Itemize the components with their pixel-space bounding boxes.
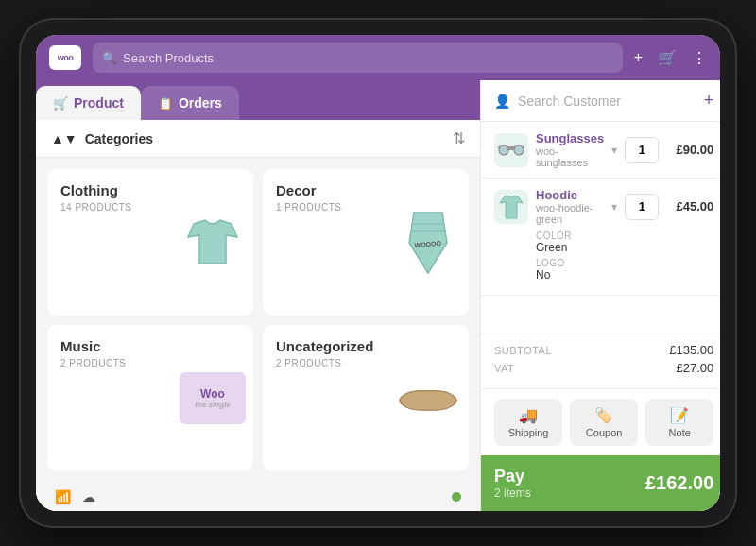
category-card-clothing[interactable]: Clothing 14 PRODUCTS bbox=[47, 169, 253, 316]
category-card-uncategorized[interactable]: Uncategorized 2 PRODUCTS bbox=[263, 325, 469, 471]
svg-rect-6 bbox=[514, 145, 524, 155]
note-icon: 📝 bbox=[670, 406, 689, 424]
uncategorized-image bbox=[395, 366, 461, 432]
music-text: Music 2 PRODUCTS bbox=[60, 338, 240, 368]
shipping-label: Shipping bbox=[508, 427, 549, 438]
clothing-count: 14 PRODUCTS bbox=[60, 202, 240, 213]
note-button[interactable]: 📝 Note bbox=[645, 399, 713, 446]
hoodie-qty[interactable]: 1 bbox=[625, 194, 659, 220]
subtotal-label: SUBTOTAL bbox=[494, 345, 552, 356]
content-area: 🛒 Product 📋 Orders ▲▼ Categories ⇅ bbox=[36, 80, 720, 511]
hoodie-chevron[interactable]: ▾ bbox=[611, 200, 617, 213]
sunglasses-thumb bbox=[494, 133, 528, 167]
order-totals: SUBTOTAL £135.00 VAT £27.00 bbox=[481, 333, 720, 388]
subtotal-row: SUBTOTAL £135.00 bbox=[494, 343, 713, 357]
more-icon[interactable]: ⋮ bbox=[692, 49, 707, 67]
coupon-label: Coupon bbox=[586, 427, 623, 438]
hoodie-thumb bbox=[494, 190, 528, 224]
customer-search-area: 👤 Search Customer bbox=[494, 94, 621, 109]
action-buttons: 🚚 Shipping 🏷️ Coupon 📝 Note bbox=[481, 388, 720, 455]
shipping-button[interactable]: 🚚 Shipping bbox=[494, 399, 562, 446]
left-panel: 🛒 Product 📋 Orders ▲▼ Categories ⇅ bbox=[36, 80, 480, 511]
pay-left: Pay 2 items bbox=[494, 467, 531, 500]
sunglasses-qty[interactable]: 1 bbox=[625, 137, 659, 163]
svg-rect-5 bbox=[499, 145, 508, 155]
tab-orders[interactable]: 📋 Orders bbox=[141, 86, 239, 120]
clothing-text: Clothing 14 PRODUCTS bbox=[60, 182, 240, 213]
coupon-button[interactable]: 🏷️ Coupon bbox=[570, 399, 638, 446]
search-bar-label: Search Products bbox=[123, 51, 214, 65]
search-icon: 🔍 bbox=[102, 51, 117, 65]
svg-rect-7 bbox=[508, 148, 514, 150]
music-image: Woo the single bbox=[180, 366, 246, 432]
orders-tab-icon: 📋 bbox=[158, 96, 173, 111]
add-customer-button[interactable]: + bbox=[704, 91, 714, 111]
decor-text: Decor 1 PRODUCTS bbox=[276, 182, 455, 213]
tabs-bar: 🛒 Product 📋 Orders bbox=[36, 80, 480, 120]
woo-logo: woo bbox=[49, 45, 81, 70]
order-items-list: Sunglasses woo-sunglasses ▾ 1 £90.00 bbox=[481, 122, 720, 333]
tab-product[interactable]: 🛒 Product bbox=[36, 86, 141, 120]
subtotal-value: £135.00 bbox=[669, 343, 713, 357]
sunglasses-chevron[interactable]: ▾ bbox=[611, 144, 617, 157]
hoodie-color-attr: COLOR Green bbox=[536, 230, 713, 254]
uncategorized-text: Uncategorized 2 PRODUCTS bbox=[276, 338, 455, 368]
bottom-left: 📶 ☁ bbox=[55, 489, 95, 504]
search-bar[interactable]: 🔍 Search Products bbox=[93, 43, 623, 73]
music-count: 2 PRODUCTS bbox=[60, 358, 240, 368]
sunglasses-row: Sunglasses woo-sunglasses ▾ 1 £90.00 bbox=[494, 131, 713, 168]
bottom-bar: 📶 ☁ bbox=[36, 483, 480, 511]
logo-value: No bbox=[536, 268, 713, 282]
clothing-name: Clothing bbox=[60, 182, 240, 198]
status-dot bbox=[452, 492, 461, 502]
decor-count: 1 PRODUCTS bbox=[276, 202, 455, 213]
sunglasses-controls: ▾ 1 bbox=[611, 137, 659, 163]
color-label: COLOR bbox=[536, 230, 713, 241]
music-name: Music bbox=[60, 338, 240, 354]
woo-card: Woo the single bbox=[180, 372, 246, 424]
vat-row: VAT £27.00 bbox=[494, 361, 713, 375]
category-card-music[interactable]: Music 2 PRODUCTS Woo the single bbox=[47, 325, 253, 471]
pay-button[interactable]: Pay 2 items £162.00 bbox=[481, 455, 720, 511]
customer-search-label[interactable]: Search Customer bbox=[518, 94, 621, 109]
shipping-icon: 🚚 bbox=[519, 406, 538, 424]
sunglasses-info: Sunglasses woo-sunglasses bbox=[536, 131, 604, 168]
hoodie-row: Hoodie woo-hoodie-green ▾ 1 £45.00 bbox=[494, 188, 713, 225]
product-tab-label: Product bbox=[74, 95, 124, 111]
hoodie-info: Hoodie woo-hoodie-green bbox=[536, 188, 604, 225]
sunglasses-name: Sunglasses bbox=[536, 131, 604, 145]
note-label: Note bbox=[669, 427, 691, 438]
categories-icon: ▲▼ bbox=[51, 131, 77, 146]
woo-logo-text: woo bbox=[58, 53, 74, 62]
clothing-image bbox=[180, 210, 246, 276]
color-value: Green bbox=[536, 241, 713, 254]
sunglasses-sku: woo-sunglasses bbox=[536, 145, 604, 168]
hoodie-attributes: COLOR Green LOGO No bbox=[536, 230, 713, 282]
categories-left: ▲▼ Categories bbox=[51, 131, 153, 146]
tablet-frame: woo 🔍 Search Products + 🛒 ⋮ 🛒 Product bbox=[19, 18, 737, 528]
tablet-screen: woo 🔍 Search Products + 🛒 ⋮ 🛒 Product bbox=[36, 35, 720, 511]
hoodie-sku: woo-hoodie-green bbox=[536, 202, 604, 225]
wifi-icon: 📶 bbox=[55, 489, 71, 504]
categories-label: Categories bbox=[85, 131, 153, 146]
sunglasses-price: £90.00 bbox=[666, 143, 713, 157]
order-item-hoodie: Hoodie woo-hoodie-green ▾ 1 £45.00 C bbox=[481, 179, 720, 296]
cart-icon[interactable]: 🛒 bbox=[658, 49, 677, 67]
decor-image: WOOOO bbox=[395, 210, 461, 276]
add-icon[interactable]: + bbox=[634, 49, 643, 66]
sort-icon[interactable]: ⇅ bbox=[453, 129, 465, 147]
vat-label: VAT bbox=[494, 363, 514, 374]
right-header: 👤 Search Customer + bbox=[481, 80, 720, 122]
category-card-decor[interactable]: Decor 1 PRODUCTS WOOOO bbox=[263, 169, 469, 316]
coupon-icon: 🏷️ bbox=[594, 406, 613, 424]
logo-label: LOGO bbox=[536, 258, 713, 268]
top-bar-icons: + 🛒 ⋮ bbox=[634, 49, 707, 67]
pay-amount: £162.00 bbox=[645, 472, 713, 494]
hoodie-name: Hoodie bbox=[536, 188, 604, 202]
top-bar: woo 🔍 Search Products + 🛒 ⋮ bbox=[36, 35, 720, 80]
product-grid: Clothing 14 PRODUCTS Decor bbox=[36, 158, 480, 483]
uncategorized-name: Uncategorized bbox=[276, 338, 455, 354]
customer-icon: 👤 bbox=[494, 94, 510, 109]
product-tab-icon: 🛒 bbox=[53, 96, 68, 111]
vat-value: £27.00 bbox=[677, 361, 714, 375]
